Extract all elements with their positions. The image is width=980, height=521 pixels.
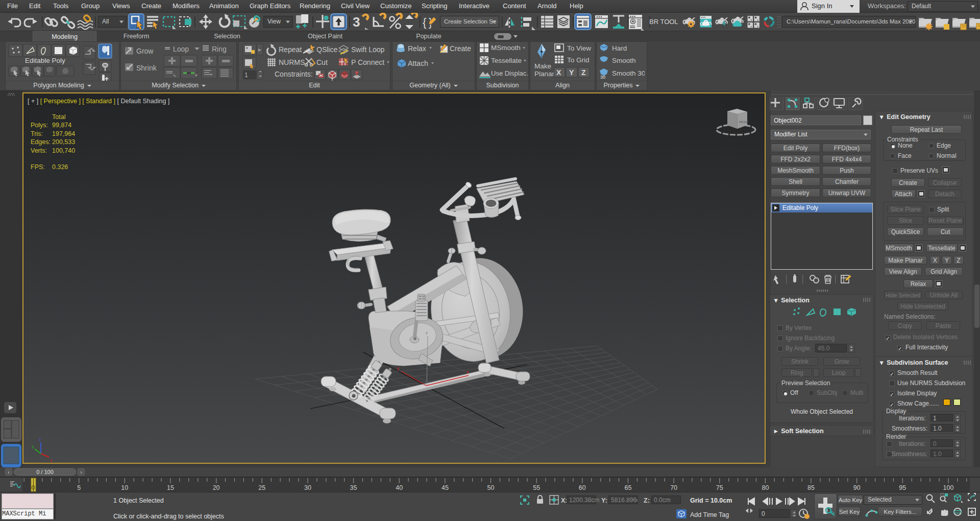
svg-text:25: 25 — [258, 484, 265, 491]
svg-text:Make: Make — [534, 62, 551, 70]
svg-text:Create: Create — [450, 44, 471, 53]
svg-text:20: 20 — [213, 484, 220, 491]
svg-text:y: y — [397, 366, 400, 371]
svg-text:75: 75 — [716, 484, 723, 491]
svg-text:y: y — [32, 444, 34, 449]
svg-text:40: 40 — [396, 484, 403, 491]
svg-text:MSmooth: MSmooth — [491, 44, 521, 52]
svg-text:Use Displac...: Use Displac... — [491, 69, 528, 77]
svg-text:45: 45 — [442, 484, 449, 491]
svg-text:65: 65 — [625, 484, 632, 491]
svg-text:5: 5 — [77, 484, 81, 491]
svg-text:90: 90 — [853, 484, 861, 491]
svg-text:Tessellate: Tessellate — [491, 57, 522, 64]
svg-text:X: X — [556, 68, 561, 77]
svg-text:10: 10 — [121, 484, 128, 491]
svg-text:95: 95 — [899, 484, 906, 491]
svg-text:P Connect: P Connect — [351, 58, 384, 66]
svg-text:Attach: Attach — [408, 59, 428, 67]
svg-text:Loop: Loop — [173, 45, 189, 53]
svg-text:Planar: Planar — [534, 70, 555, 78]
svg-text:BR TOOL: BR TOOL — [649, 18, 678, 26]
svg-text:30: 30 — [304, 484, 311, 491]
svg-text:Cut: Cut — [316, 58, 328, 66]
svg-text:60: 60 — [579, 484, 586, 491]
svg-text:70: 70 — [670, 484, 677, 491]
svg-text:100: 100 — [943, 484, 954, 491]
svg-text:Swift Loop: Swift Loop — [351, 45, 385, 54]
svg-text:15: 15 — [167, 484, 174, 491]
svg-text:x: x — [50, 458, 53, 463]
svg-text:Ring: Ring — [212, 45, 227, 53]
svg-text:0: 0 — [32, 484, 35, 491]
svg-text:Constraints:: Constraints: — [275, 70, 313, 78]
svg-text:Y: Y — [569, 68, 574, 77]
svg-text:1: 1 — [244, 72, 248, 79]
svg-text:Z: Z — [581, 68, 586, 77]
svg-text:30: 30 — [600, 75, 605, 80]
svg-text:Grow: Grow — [136, 47, 154, 55]
svg-text:QSlice: QSlice — [316, 45, 337, 54]
svg-text:Editable Poly: Editable Poly — [25, 57, 65, 64]
svg-text:Repeat: Repeat — [279, 45, 302, 54]
svg-text:35: 35 — [350, 484, 357, 491]
svg-text:To Grid: To Grid — [567, 56, 590, 64]
svg-text:Smooth 30: Smooth 30 — [612, 69, 645, 77]
svg-text:To View: To View — [567, 44, 591, 52]
svg-text:Relax: Relax — [408, 44, 426, 53]
svg-text:3: 3 — [353, 14, 360, 30]
svg-text:z: z — [39, 437, 41, 442]
svg-text:NURMS: NURMS — [279, 58, 305, 66]
svg-text:Smooth: Smooth — [612, 57, 636, 64]
svg-text:55: 55 — [533, 484, 540, 491]
svg-text:Hard: Hard — [612, 44, 627, 52]
svg-text:z: z — [426, 330, 428, 335]
svg-text:50: 50 — [487, 484, 495, 491]
svg-text:80: 80 — [762, 484, 769, 491]
svg-text:Shrink: Shrink — [136, 64, 157, 72]
svg-text:FRONT: FRONT — [739, 121, 749, 124]
svg-text:x: x — [467, 369, 469, 374]
svg-text:85: 85 — [807, 484, 815, 491]
